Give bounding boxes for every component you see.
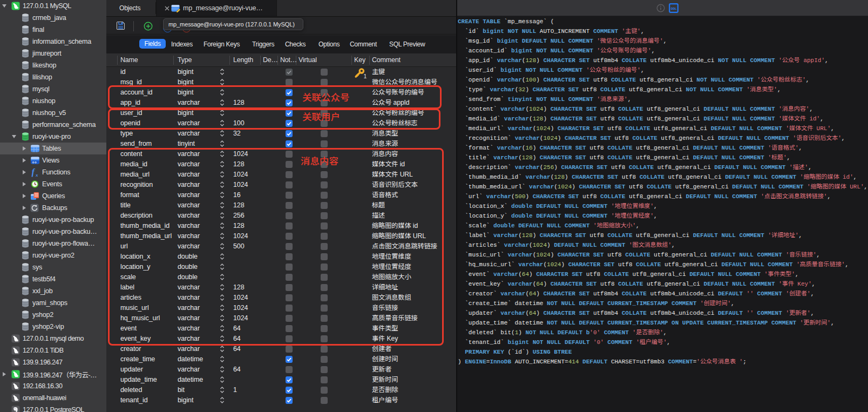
svg-text:x: x	[35, 172, 38, 177]
svg-text:f: f	[32, 168, 36, 177]
svg-text:DDL: DDL	[671, 7, 677, 10]
